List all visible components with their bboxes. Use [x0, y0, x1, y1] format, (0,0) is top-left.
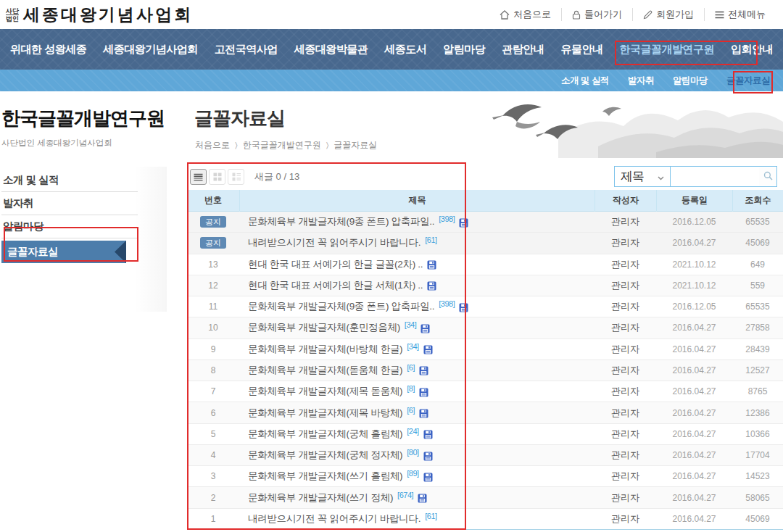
post-author: 관리자: [594, 428, 656, 441]
attachment-disk-icon: [420, 324, 430, 333]
notice-badge: 공지: [187, 237, 239, 249]
utility-link-menu[interactable]: 전체메뉴: [704, 8, 776, 21]
table-row: 10문화체육부 개발글자체(훈민정음체)[34]관리자2016.04.27278…: [187, 317, 783, 338]
post-views: 14523: [732, 471, 783, 481]
post-views: 17704: [732, 450, 783, 460]
post-title-text: 문화체육부 개발글자체(쓰기 정체): [248, 491, 393, 504]
utility-link-home[interactable]: 처음으로: [489, 8, 561, 21]
nav-item[interactable]: 유물안내: [560, 43, 602, 57]
post-author: 관리자: [594, 470, 656, 483]
post-title-link[interactable]: 문화체육부 개발글자체(돋움체 한글)[6]: [239, 364, 594, 377]
utility-label: 회원가입: [656, 8, 694, 21]
post-date: 2021.10.12: [656, 280, 732, 291]
nav-item[interactable]: 세종도서: [384, 43, 426, 57]
nav-item[interactable]: 세종대왕기념사업회: [103, 43, 198, 57]
post-title-text: 문화체육부 개발글자체(제목 바탕체): [248, 407, 402, 420]
sidebar-item[interactable]: 알림마당: [1, 215, 138, 238]
post-title-link[interactable]: 현대 한국 대표 서예가의 한글 서체(1차) ..: [239, 279, 594, 292]
post-title-link[interactable]: 문화체육부 개발글자체(궁체 정자체)[80]: [239, 449, 594, 462]
gallery-view-icon[interactable]: [228, 169, 244, 185]
attachment-disk-icon: [419, 409, 428, 418]
post-title-link[interactable]: 내려받으시기전 꼭 읽어주시기 바랍니다.[61]: [239, 512, 594, 525]
nav-item[interactable]: 관람안내: [502, 43, 544, 57]
post-number: 12: [187, 280, 239, 291]
breadcrumb-item[interactable]: 처음으로: [195, 139, 230, 151]
attachment-disk-icon: [423, 345, 433, 354]
list-view-icon[interactable]: [190, 169, 207, 185]
breadcrumb-separator: 〉: [326, 141, 329, 150]
comment-count: [398]: [439, 215, 455, 223]
nav-item[interactable]: 한국글꼴개발연구원: [619, 43, 714, 57]
utility-link-pencil[interactable]: 회원가입: [632, 8, 704, 21]
nav-item[interactable]: 위대한 성왕세종: [10, 43, 86, 57]
post-number: 3: [187, 471, 239, 481]
post-title-text: 문화체육부 개발글자체(훈민정음체): [248, 321, 400, 334]
breadcrumb-item[interactable]: 한국글꼴개발연구원: [243, 139, 321, 151]
notice-badge-label: 공지: [200, 237, 226, 249]
post-title-text: 문화체육부 개발글자체(제목 돋움체): [248, 385, 402, 398]
post-author: 관리자: [594, 449, 656, 462]
post-title-link[interactable]: 문화체육부 개발글자체(훈민정음체)[34]: [239, 321, 594, 334]
breadcrumb-item[interactable]: 글꼴자료실: [334, 139, 377, 151]
post-number: 7: [187, 386, 239, 396]
new-posts-count: 새글 0 / 13: [254, 170, 299, 183]
notice-badge-label: 공지: [200, 216, 226, 228]
breadcrumb: 처음으로〉한국글꼴개발연구원〉글꼴자료실: [195, 139, 377, 151]
post-views: 45069: [732, 238, 783, 248]
search-field-value: 제목: [621, 168, 644, 185]
comment-count: [34]: [405, 321, 416, 329]
subnav-item[interactable]: 발자취: [628, 75, 654, 87]
post-date: 2016.04.27: [656, 365, 732, 375]
post-title-link[interactable]: 문화체육부 개발글자체(9종 폰트) 압축파일..[398]: [239, 215, 594, 228]
nav-item[interactable]: 고전국역사업: [215, 43, 278, 57]
subnav-item[interactable]: 소개 및 실적: [561, 75, 609, 87]
grid-view-icon[interactable]: [209, 169, 225, 185]
site-logo[interactable]: 사단 법인 세종대왕기념사업회: [6, 4, 193, 26]
post-number: 10: [187, 323, 239, 333]
post-date: 2016.04.27: [656, 386, 732, 396]
attachment-disk-icon: [418, 494, 427, 503]
home-icon: [500, 10, 510, 20]
column-header: 제목: [239, 190, 594, 212]
post-title-link[interactable]: 문화체육부 개발글자체(궁체 흘림체)[24]: [239, 428, 594, 441]
post-date: 2016.04.27: [656, 493, 732, 503]
post-title-link[interactable]: 문화체육부 개발글자체(9종 폰트) 압축파일..[398]: [239, 300, 594, 313]
post-views: 649: [732, 259, 783, 270]
table-row: 6문화체육부 개발글자체(제목 바탕체)[6]관리자2016.04.271238…: [187, 402, 783, 423]
post-title-text: 문화체육부 개발글자체(궁체 정자체): [248, 449, 402, 462]
post-title-text: 문화체육부 개발글자체(9종 폰트) 압축파일..: [248, 300, 434, 313]
search-field-select[interactable]: 제목: [614, 166, 671, 187]
post-title-link[interactable]: 문화체육부 개발글자체(제목 바탕체)[6]: [239, 407, 594, 420]
post-views: 45069: [732, 514, 783, 524]
nav-item[interactable]: 입회안내: [731, 43, 773, 57]
nav-item[interactable]: 세종대왕박물관: [294, 43, 368, 57]
post-views: 12527: [732, 365, 783, 375]
search-icon: [763, 170, 773, 183]
post-number: 1: [187, 514, 239, 524]
nav-item[interactable]: 알림마당: [443, 43, 485, 57]
subnav-item[interactable]: 알림마당: [673, 75, 708, 87]
table-row: 13현대 한국 대표 서예가의 한글 글꼴(2차) ..관리자2021.10.1…: [187, 254, 783, 275]
post-title-link[interactable]: 문화체육부 개발글자체(바탕체 한글)[34]: [239, 343, 594, 356]
search-button[interactable]: [759, 167, 776, 186]
post-number: 13: [187, 259, 239, 270]
sidebar-item[interactable]: 발자취: [1, 192, 138, 215]
board-controls: 새글 0 / 13 제목: [187, 165, 783, 188]
utility-link-lock[interactable]: 들어가기: [561, 8, 632, 21]
sidebar-active-fold: [115, 241, 126, 263]
post-date: 2016.04.27: [656, 514, 732, 524]
post-title-link[interactable]: 현대 한국 대표 서예가의 한글 글꼴(2차) ..: [239, 258, 594, 271]
subnav-item[interactable]: 글꼴자료실: [726, 75, 770, 87]
post-date: 2021.10.12: [656, 259, 732, 270]
sidebar-item[interactable]: 소개 및 실적: [1, 169, 138, 192]
post-title-link[interactable]: 문화체육부 개발글자체(쓰기 흘림체)[89]: [239, 470, 594, 483]
post-title-link[interactable]: 문화체육부 개발글자체(쓰기 정체)[674]: [239, 491, 594, 504]
post-title-link[interactable]: 내려받으시기전 꼭 읽어주시기 바랍니다.[61]: [239, 236, 594, 249]
search-input[interactable]: [671, 167, 759, 186]
comment-count: [6]: [407, 364, 415, 372]
sidebar-item[interactable]: 글꼴자료실: [1, 241, 126, 263]
post-author: 관리자: [594, 364, 656, 377]
post-title-link[interactable]: 문화체육부 개발글자체(제목 돋움체)[8]: [239, 385, 594, 398]
sub-nav: 소개 및 실적발자취알림마당글꼴자료실: [0, 70, 783, 91]
view-toggles: [190, 169, 244, 185]
